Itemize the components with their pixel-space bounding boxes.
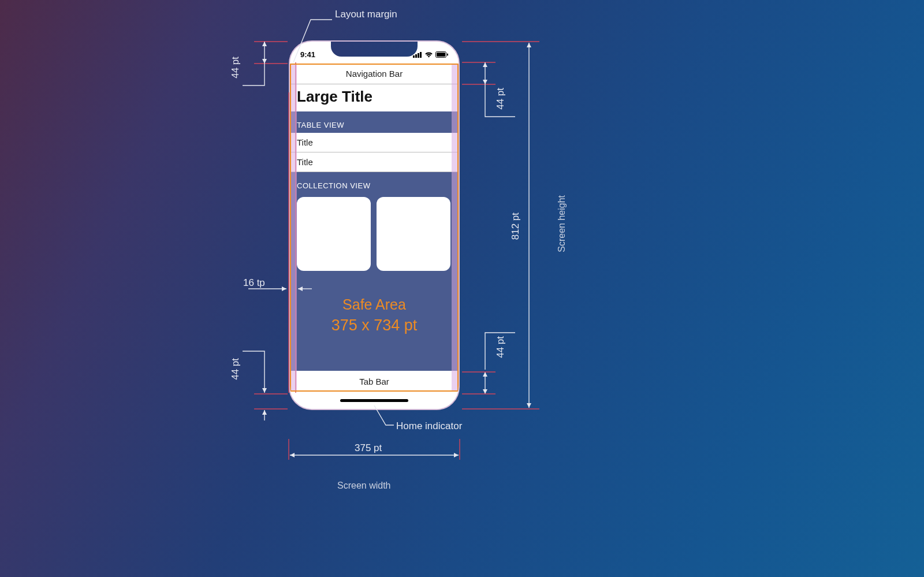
label-screen-height: Screen height [557, 195, 567, 252]
svg-marker-11 [262, 59, 267, 64]
svg-rect-1 [415, 54, 417, 58]
table-row[interactable]: Title [290, 152, 459, 172]
wifi-icon [424, 51, 433, 58]
svg-marker-43 [527, 403, 531, 408]
tab-bar[interactable]: Tab Bar [290, 371, 459, 392]
layout-margin-left [290, 64, 297, 392]
dim-status-height [243, 40, 289, 87]
dim-home-ind-height [243, 347, 289, 422]
svg-marker-15 [298, 286, 303, 291]
table-row[interactable]: Title [290, 133, 459, 152]
svg-marker-28 [454, 453, 459, 457]
svg-rect-0 [413, 55, 415, 58]
phone-frame: 9:41 Navigation Bar Large Title TABLE VI… [289, 40, 460, 410]
svg-marker-19 [262, 388, 267, 393]
svg-rect-5 [437, 53, 445, 57]
svg-rect-2 [418, 53, 419, 58]
cellular-icon [413, 51, 422, 58]
svg-marker-42 [527, 43, 531, 47]
home-indicator-icon[interactable] [340, 399, 408, 402]
collection-view [290, 193, 459, 271]
svg-marker-21 [262, 410, 267, 415]
label-status-height: 44 pt [230, 57, 241, 79]
navbar-title: Navigation Bar [346, 69, 403, 79]
label-home-ind-height: 44 pt [230, 358, 241, 380]
safe-area-label: Safe Area 375 x 734 pt [290, 271, 459, 336]
svg-rect-6 [447, 53, 448, 55]
tabbar-title: Tab Bar [359, 377, 389, 386]
svg-marker-27 [290, 453, 295, 457]
dim-width [288, 439, 462, 462]
label-screen-width: Screen width [337, 481, 391, 491]
safe-area-dims: 375 x 734 pt [290, 315, 459, 336]
dim-left-margin [248, 283, 312, 295]
dim-height [462, 40, 543, 411]
svg-marker-13 [282, 286, 286, 291]
battery-icon [435, 51, 448, 58]
svg-marker-10 [262, 42, 267, 46]
collection-card[interactable] [297, 197, 371, 271]
collection-card[interactable] [377, 197, 450, 271]
table-header: TABLE VIEW [290, 111, 459, 133]
safe-area-title: Safe Area [290, 295, 459, 315]
status-time: 9:41 [300, 50, 315, 59]
layout-margin-right [452, 64, 459, 392]
collection-header: COLLECTION VIEW [290, 172, 459, 193]
large-title: Large Title [290, 84, 459, 111]
status-bar: 9:41 [290, 42, 459, 64]
leader-home-indicator [370, 404, 416, 427]
svg-rect-3 [420, 52, 422, 58]
safe-area-content: Navigation Bar Large Title TABLE VIEW Ti… [290, 64, 459, 392]
status-indicators [413, 51, 448, 58]
